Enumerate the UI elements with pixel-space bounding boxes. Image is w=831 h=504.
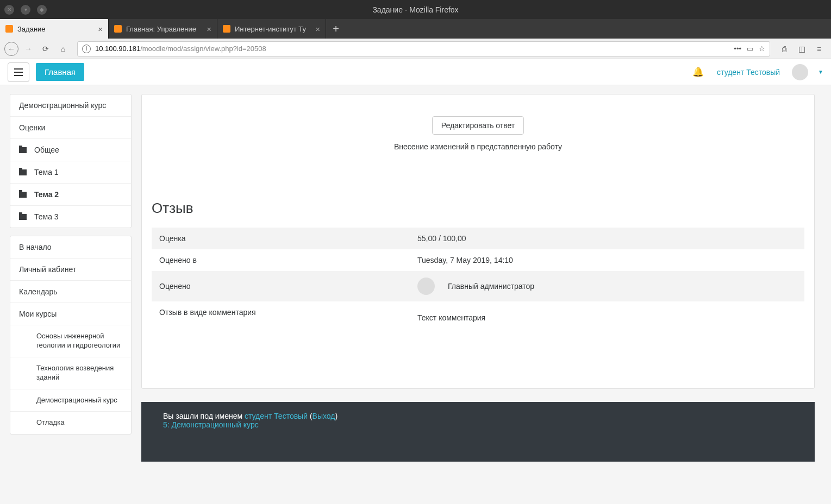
- tab-assignment[interactable]: Задание ×: [0, 19, 109, 39]
- reader-mode-icon[interactable]: ▭: [747, 45, 753, 53]
- sidebar-item-demo-course[interactable]: Демонстрационный курс: [10, 94, 131, 117]
- tab-label: Главная: Управление: [126, 25, 202, 33]
- grade-label: Оценка: [152, 228, 410, 249]
- graded-by-value: Главный администратор: [410, 271, 804, 301]
- tab-strip: Задание × Главная: Управление × Интернет…: [0, 19, 831, 39]
- footer-user-link[interactable]: студент Тестовый: [245, 412, 308, 420]
- feedback-table: Оценка 55,00 / 100,00 Оценено в Tuesday,…: [152, 228, 804, 334]
- forward-button[interactable]: →: [21, 41, 36, 56]
- page-body: Демонстрационный курс Оценки Общее Тема …: [0, 85, 831, 498]
- folder-icon: [19, 214, 27, 220]
- sidebar-course-panel: Демонстрационный курс Оценки Общее Тема …: [10, 94, 132, 228]
- grade-value: 55,00 / 100,00: [410, 228, 804, 249]
- window-title: Задание - Mozilla Firefox: [372, 5, 458, 14]
- url-host: 10.100.90.181: [95, 45, 140, 53]
- feedback-section: Отзыв Оценка 55,00 / 100,00 Оценено в Tu…: [152, 200, 804, 334]
- svg-rect-1: [14, 72, 23, 73]
- reload-button[interactable]: ⟳: [38, 41, 53, 56]
- sidebar-item-topic2[interactable]: Тема 2: [10, 184, 131, 206]
- sidebar-item-topic1[interactable]: Тема 1: [10, 161, 131, 184]
- close-icon[interactable]: ×: [315, 24, 320, 34]
- table-row: Оценка 55,00 / 100,00: [152, 228, 804, 249]
- os-max-icon[interactable]: ◆: [37, 5, 47, 15]
- footer-paren-close: ): [335, 412, 338, 420]
- page-footer: Вы зашли под именем студент Тестовый (Вы…: [141, 402, 815, 462]
- grader-name: Главный администратор: [448, 282, 534, 291]
- edit-help-text: Внесение изменений в представленную рабо…: [152, 142, 804, 151]
- sidebar-item-my-courses[interactable]: Мои курсы: [10, 303, 131, 325]
- close-icon[interactable]: ×: [207, 24, 211, 34]
- sidebar-item-calendar[interactable]: Календарь: [10, 281, 131, 303]
- os-close-icon[interactable]: ✕: [4, 5, 14, 15]
- favicon-icon: [5, 25, 13, 33]
- svg-rect-2: [14, 75, 23, 76]
- content-card: Редактировать ответ Внесение изменений в…: [141, 94, 815, 389]
- home-link[interactable]: Главная: [36, 63, 84, 81]
- sidebar-item-course-geology[interactable]: Основы инженерной геологии и гидрогеолог…: [10, 325, 131, 357]
- footer-paren-open: (: [308, 412, 313, 420]
- avatar: [417, 278, 435, 295]
- user-dropdown-icon[interactable]: ▼: [818, 69, 823, 75]
- tab-label: Задание: [17, 25, 93, 33]
- sidebar-icon[interactable]: ◫: [794, 41, 809, 56]
- url-input[interactable]: i 10.100.90.181/moodle/mod/assign/view.p…: [77, 41, 770, 56]
- footer-logout-link[interactable]: Выход: [313, 412, 335, 420]
- table-row: Отзыв в виде комментария Текст комментар…: [152, 301, 804, 334]
- main-content: Редактировать ответ Внесение изменений в…: [141, 94, 815, 462]
- graded-by-label: Оценено: [152, 271, 410, 301]
- sidebar-item-home[interactable]: В начало: [10, 236, 131, 259]
- back-button[interactable]: ←: [4, 42, 18, 56]
- comment-value: Текст комментария: [410, 301, 804, 334]
- folder-icon: [19, 192, 27, 198]
- svg-rect-0: [14, 68, 23, 70]
- footer-course-link[interactable]: 5: Демонстрационный курс: [163, 420, 259, 429]
- sidebar-item-general[interactable]: Общее: [10, 139, 131, 161]
- sidebar-item-course-debug[interactable]: Отладка: [10, 412, 131, 434]
- url-path: /moodle/mod/assign/view.php?id=20508: [140, 45, 266, 53]
- app-header: Главная 🔔 студент Тестовый ▼: [0, 59, 831, 85]
- close-icon[interactable]: ×: [98, 24, 103, 34]
- footer-login-prefix: Вы зашли под именем: [163, 412, 245, 420]
- bookmark-icon[interactable]: ☆: [759, 45, 765, 53]
- sidebar-nav-panel: В начало Личный кабинет Календарь Мои ку…: [10, 236, 132, 434]
- user-menu-link[interactable]: студент Тестовый: [717, 68, 780, 77]
- library-icon[interactable]: ⎙: [777, 41, 792, 56]
- folder-icon: [19, 169, 27, 175]
- hamburger-icon: [14, 68, 23, 76]
- favicon-icon: [114, 25, 122, 33]
- favicon-icon: [223, 25, 230, 33]
- os-titlebar: ✕ ▾ ◆ Задание - Mozilla Firefox: [0, 0, 831, 19]
- comment-label: Отзыв в виде комментария: [152, 301, 410, 334]
- table-row: Оценено Главный администратор: [152, 271, 804, 301]
- sidebar-item-course-demo[interactable]: Демонстрационный курс: [10, 389, 131, 412]
- folder-icon: [19, 147, 27, 153]
- new-tab-button[interactable]: +: [326, 19, 346, 39]
- notifications-icon[interactable]: 🔔: [692, 66, 704, 78]
- sidebar: Демонстрационный курс Оценки Общее Тема …: [10, 94, 132, 434]
- tab-management[interactable]: Главная: Управление ×: [109, 19, 217, 39]
- address-bar: ← → ⟳ ⌂ i 10.100.90.181/moodle/mod/assig…: [0, 39, 831, 59]
- feedback-heading: Отзыв: [152, 200, 804, 217]
- nav-toggle-button[interactable]: [8, 62, 29, 82]
- sidebar-item-topic3[interactable]: Тема 3: [10, 206, 131, 228]
- tab-institute[interactable]: Интернет-институт Ту ×: [217, 19, 326, 39]
- sidebar-item-grades[interactable]: Оценки: [10, 117, 131, 139]
- menu-icon[interactable]: ≡: [811, 41, 827, 56]
- avatar[interactable]: [792, 64, 808, 80]
- tab-label: Интернет-институт Ту: [235, 25, 311, 33]
- graded-at-value: Tuesday, 7 May 2019, 14:10: [410, 249, 804, 271]
- home-button[interactable]: ⌂: [55, 41, 71, 56]
- info-icon[interactable]: i: [82, 45, 91, 53]
- edit-answer-button[interactable]: Редактировать ответ: [432, 116, 524, 135]
- sidebar-item-course-tech[interactable]: Технология возведения зданий: [10, 357, 131, 389]
- sidebar-item-dashboard[interactable]: Личный кабинет: [10, 259, 131, 281]
- page-actions-icon[interactable]: •••: [734, 45, 741, 53]
- graded-at-label: Оценено в: [152, 249, 410, 271]
- table-row: Оценено в Tuesday, 7 May 2019, 14:10: [152, 249, 804, 271]
- os-min-icon[interactable]: ▾: [21, 5, 30, 15]
